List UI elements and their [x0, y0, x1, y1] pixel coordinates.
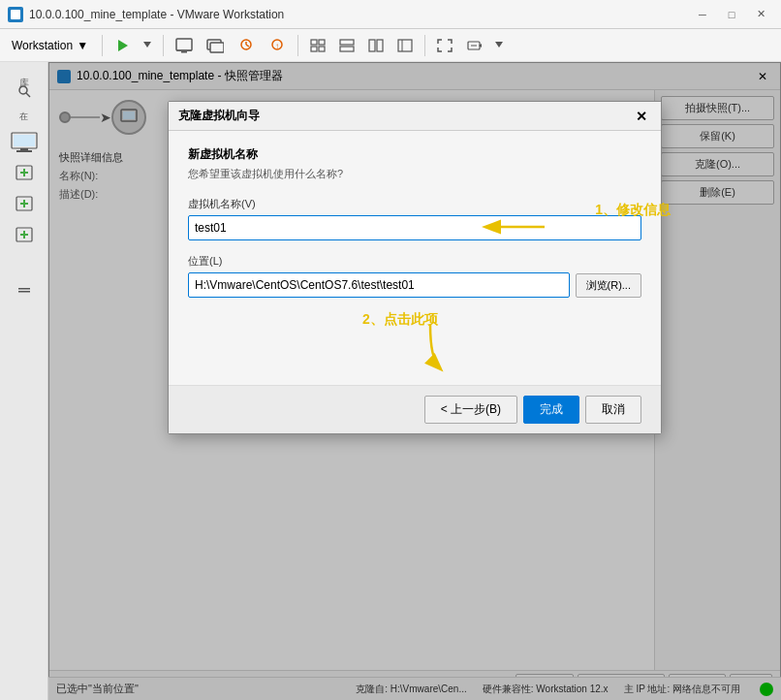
svg-line-28 [26, 93, 30, 97]
dialog-close-btn[interactable]: ✕ [632, 107, 651, 126]
dialog-subtitle: 新虚拟机名称 [188, 146, 641, 163]
dropdown-arrow: ▼ [77, 39, 88, 52]
svg-rect-42 [18, 288, 30, 290]
location-label: 位置(L) [188, 254, 641, 269]
collapse-icon[interactable] [9, 276, 40, 303]
svg-rect-30 [14, 135, 35, 146]
dialog-overlay: 克隆虚拟机向导 ✕ 新虚拟机名称 您希望重该虚拟机使用什么名称? 虚拟机名称(V… [48, 62, 781, 700]
view-button-3[interactable] [362, 35, 390, 56]
svg-marker-2 [143, 42, 151, 48]
menu-sep-4 [424, 35, 425, 56]
cancel-btn[interactable]: 取消 [585, 396, 641, 424]
view-button-1[interactable] [304, 35, 331, 56]
svg-rect-16 [319, 47, 325, 51]
svg-rect-21 [398, 40, 412, 51]
dialog-title-text: 克隆虚拟机向导 [178, 108, 632, 124]
back-btn[interactable]: < 上一步(B) [424, 396, 517, 424]
svg-rect-19 [369, 40, 375, 51]
dialog-body: 新虚拟机名称 您希望重该虚拟机使用什么名称? 虚拟机名称(V) [169, 131, 661, 385]
svg-rect-18 [340, 47, 354, 51]
vm-button-2[interactable] [201, 34, 230, 57]
title-bar: 10.0.0.100_mine_template - VMware Workst… [0, 0, 781, 29]
switch-button[interactable] [391, 35, 419, 56]
menu-sep-2 [163, 35, 164, 56]
title-bar-text: 10.0.0.100_mine_template - VMware Workst… [29, 8, 690, 21]
svg-rect-32 [16, 150, 32, 152]
annotation-2-text: 2、点击此项 [362, 311, 438, 329]
search-icon[interactable] [9, 78, 40, 105]
play-dropdown[interactable] [138, 38, 157, 53]
content-panel: 10.0.0.100_mine_template - 快照管理器 ✕ ➤ [48, 62, 781, 700]
view-button-2[interactable] [333, 35, 360, 56]
svg-rect-5 [181, 51, 187, 53]
svg-rect-13 [311, 40, 317, 45]
svg-rect-14 [319, 40, 325, 45]
svg-rect-7 [210, 43, 224, 52]
menu-bar: Workstation ▼ ↑ [0, 29, 781, 62]
vm-name-label: 虚拟机名称(V) [188, 197, 641, 211]
fullscreen-button[interactable] [431, 35, 458, 56]
settings-dropdown[interactable] [489, 38, 509, 53]
svg-line-10 [246, 45, 249, 47]
svg-rect-20 [377, 40, 383, 51]
svg-marker-26 [495, 42, 503, 48]
window-controls: ─ □ ✕ [690, 5, 773, 24]
minimize-button[interactable]: ─ [690, 5, 715, 24]
vm-icon[interactable] [9, 129, 40, 156]
menu-sep-1 [102, 35, 103, 56]
svg-rect-15 [311, 47, 317, 51]
svg-rect-43 [18, 291, 30, 293]
dialog-title-bar: 克隆虚拟机向导 ✕ [169, 102, 661, 131]
vm-button-1[interactable] [170, 34, 199, 57]
annotation-area: 2、点击此项 [188, 311, 641, 369]
maximize-button[interactable]: □ [719, 5, 744, 24]
svg-rect-0 [11, 10, 20, 19]
location-input[interactable] [188, 272, 570, 298]
menu-sep-3 [297, 35, 298, 56]
vm-name-group: 虚拟机名称(V) 1、修改信息 [188, 197, 641, 240]
clone-wizard-dialog: 克隆虚拟机向导 ✕ 新虚拟机名称 您希望重该虚拟机使用什么名称? 虚拟机名称(V… [168, 101, 662, 434]
vm-button-3[interactable] [232, 34, 261, 57]
svg-rect-17 [340, 40, 354, 45]
add-icon-2[interactable] [9, 191, 40, 218]
workstation-label: Workstation [12, 39, 73, 52]
main-area: 库 在 10.0.0.100_mine_template - 快照管理器 [0, 62, 781, 700]
close-button[interactable]: ✕ [748, 5, 773, 24]
finish-btn[interactable]: 完成 [523, 396, 579, 424]
svg-rect-3 [176, 39, 192, 50]
search-label: 在 [19, 111, 28, 123]
svg-rect-31 [20, 148, 28, 150]
add-icon-1[interactable] [9, 160, 40, 187]
sidebar: 库 在 [0, 62, 48, 700]
location-row: 浏览(R)... [188, 272, 641, 298]
svg-marker-1 [118, 40, 128, 51]
app-icon [8, 7, 23, 22]
add-icon-3[interactable] [9, 222, 40, 249]
settings-button[interactable] [460, 35, 487, 56]
svg-text:↑: ↑ [275, 42, 279, 50]
location-group: 位置(L) 浏览(R)... [188, 254, 641, 298]
svg-point-27 [19, 86, 27, 94]
dialog-footer: < 上一步(B) 完成 取消 [169, 385, 661, 433]
workstation-menu[interactable]: Workstation ▼ [4, 35, 96, 56]
dialog-desc: 您希望重该虚拟机使用什么名称? [188, 167, 641, 181]
vm-button-4[interactable]: ↑ [263, 34, 292, 57]
browse-btn[interactable]: 浏览(R)... [576, 273, 641, 298]
play-button[interactable] [109, 34, 136, 57]
vm-name-input[interactable] [188, 215, 641, 240]
